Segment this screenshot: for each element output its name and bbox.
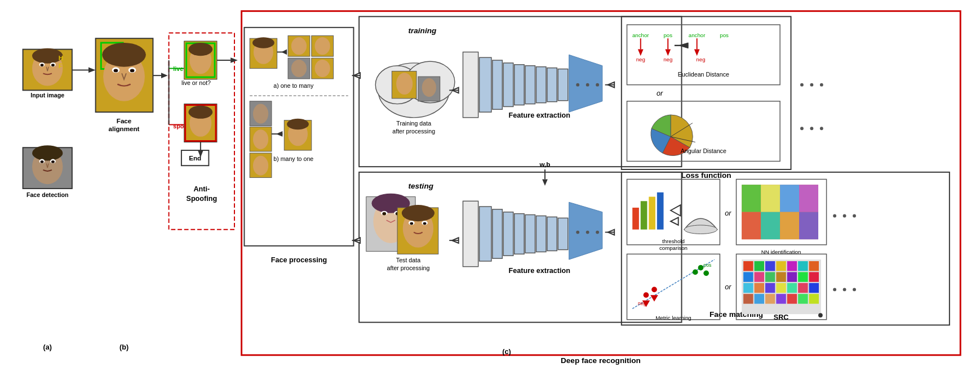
svg-point-37 (189, 43, 213, 56)
svg-point-14 (32, 145, 63, 160)
svg-point-99 (586, 83, 589, 87)
svg-rect-216 (776, 294, 786, 303)
svg-point-178 (833, 214, 836, 218)
svg-rect-149 (536, 216, 546, 252)
svg-rect-195 (776, 261, 786, 271)
pos-metric: pos (703, 262, 712, 268)
face-detection-label: Face detection (26, 191, 69, 198)
svg-point-188 (703, 270, 709, 276)
svg-rect-95 (547, 68, 557, 102)
svg-point-70 (253, 129, 268, 149)
svg-point-117 (800, 83, 804, 87)
svg-point-185 (651, 287, 657, 293)
svg-point-153 (576, 231, 579, 234)
svg-rect-211 (798, 283, 808, 293)
svg-rect-146 (503, 212, 513, 256)
svg-point-189 (693, 270, 698, 275)
svg-rect-145 (493, 209, 502, 258)
svg-text:comparison: comparison (659, 245, 688, 251)
svg-point-120 (800, 127, 804, 130)
svg-rect-172 (780, 185, 799, 212)
svg-point-165 (684, 225, 717, 234)
label-a: (a) (43, 343, 52, 351)
svg-point-118 (810, 83, 813, 87)
svg-rect-176 (780, 212, 799, 240)
svg-point-8 (51, 64, 55, 66)
testing-label: testing (408, 182, 433, 190)
feature-extraction-train-label: Feature extraction (509, 111, 570, 119)
or-label-1: or (657, 89, 663, 97)
svg-point-63 (291, 60, 307, 77)
svg-rect-207 (755, 283, 764, 293)
input-image-label: Input image (30, 92, 64, 99)
test-data-label: Test data (396, 257, 420, 263)
svg-rect-89 (480, 57, 491, 112)
svg-point-131 (382, 212, 386, 216)
svg-rect-151 (558, 218, 567, 249)
svg-point-154 (586, 231, 589, 234)
svg-point-62 (315, 37, 330, 55)
svg-rect-215 (765, 294, 775, 303)
svg-rect-193 (755, 261, 764, 271)
svg-rect-90 (493, 60, 502, 109)
svg-rect-199 (743, 272, 753, 281)
svg-rect-214 (755, 294, 764, 303)
svg-point-17 (41, 160, 44, 163)
svg-point-44 (189, 106, 213, 119)
many-to-one-label: b) many to one (273, 155, 313, 162)
svg-text:after processing: after processing (387, 265, 430, 271)
anchor-label-2: anchor (689, 32, 706, 38)
svg-rect-206 (743, 283, 753, 293)
svg-point-179 (843, 214, 846, 218)
svg-point-82 (396, 73, 413, 95)
svg-rect-94 (536, 67, 546, 103)
svg-point-138 (410, 222, 413, 225)
deep-face-recognition-label: Deep face recognition (561, 356, 641, 365)
svg-point-180 (853, 214, 856, 218)
one-to-many-label: a) one to many (273, 82, 314, 89)
svg-rect-204 (798, 272, 808, 281)
svg-point-139 (423, 222, 427, 225)
angular-label: Angular Distance (681, 147, 726, 154)
svg-rect-161 (641, 201, 648, 229)
svg-point-220 (818, 313, 823, 317)
svg-text:F: F (59, 62, 63, 69)
label-c: (c) (502, 348, 511, 356)
svg-rect-212 (809, 283, 819, 293)
svg-rect-197 (798, 261, 808, 271)
svg-point-7 (41, 64, 44, 66)
svg-text:H: H (59, 54, 63, 61)
svg-rect-213 (743, 294, 753, 303)
svg-text:Spoofing: Spoofing (186, 195, 217, 203)
svg-text:after processing: after processing (392, 128, 435, 135)
svg-rect-210 (787, 283, 797, 293)
svg-rect-175 (761, 212, 780, 240)
svg-text:alignment: alignment (109, 125, 140, 132)
anti-spoofing-label: Anti- (193, 185, 210, 193)
pos-label-2: pos (720, 32, 729, 38)
diagram-svg: H F Input image Face detection (6, 6, 974, 370)
svg-point-71 (253, 156, 268, 176)
feature-extraction-test-label: Feature extraction (509, 267, 570, 275)
svg-rect-93 (525, 66, 535, 104)
svg-point-187 (698, 265, 704, 271)
svg-rect-170 (742, 185, 761, 212)
svg-rect-200 (755, 272, 764, 281)
svg-rect-92 (515, 65, 524, 105)
svg-rect-171 (761, 185, 780, 212)
training-label: training (408, 26, 436, 35)
svg-point-76 (287, 119, 309, 129)
training-data-label: Training data (396, 120, 431, 127)
svg-rect-143 (463, 201, 478, 266)
svg-rect-201 (765, 272, 775, 281)
svg-rect-163 (657, 193, 664, 230)
face-processing-label: Face processing (271, 256, 327, 264)
svg-rect-144 (480, 207, 491, 261)
svg-point-135 (402, 205, 434, 221)
svg-point-98 (576, 83, 579, 87)
svg-rect-173 (799, 185, 818, 212)
svg-point-119 (820, 83, 823, 87)
svg-rect-194 (765, 261, 775, 271)
svg-rect-174 (742, 212, 761, 240)
svg-rect-219 (809, 294, 819, 303)
